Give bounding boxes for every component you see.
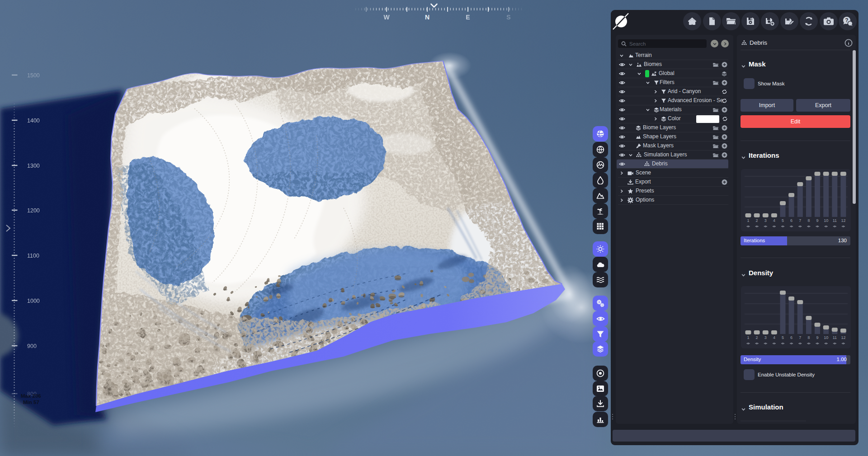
svg-text:6: 6 — [790, 335, 793, 340]
svg-text:5: 5 — [782, 218, 784, 223]
svg-text:10: 10 — [824, 335, 828, 340]
svg-text:3: 3 — [764, 335, 767, 340]
svg-text:9: 9 — [816, 218, 818, 223]
svg-text:1: 1 — [747, 218, 749, 223]
svg-text:2: 2 — [756, 218, 758, 223]
svg-text:5: 5 — [782, 335, 784, 340]
svg-text:12: 12 — [841, 218, 845, 223]
svg-text:12: 12 — [841, 335, 845, 340]
svg-text:11: 11 — [833, 218, 837, 223]
svg-text:4: 4 — [773, 218, 775, 223]
svg-text:9: 9 — [816, 335, 818, 340]
svg-text:10: 10 — [824, 218, 828, 223]
svg-text:7: 7 — [799, 335, 801, 340]
svg-text:6: 6 — [790, 218, 793, 223]
svg-text:2: 2 — [756, 335, 758, 340]
svg-text:1: 1 — [747, 335, 749, 340]
svg-text:8: 8 — [807, 218, 810, 223]
svg-text:3: 3 — [764, 218, 767, 223]
svg-text:4: 4 — [773, 335, 775, 340]
svg-text:7: 7 — [799, 218, 801, 223]
svg-text:11: 11 — [833, 335, 837, 340]
svg-text:8: 8 — [807, 335, 810, 340]
